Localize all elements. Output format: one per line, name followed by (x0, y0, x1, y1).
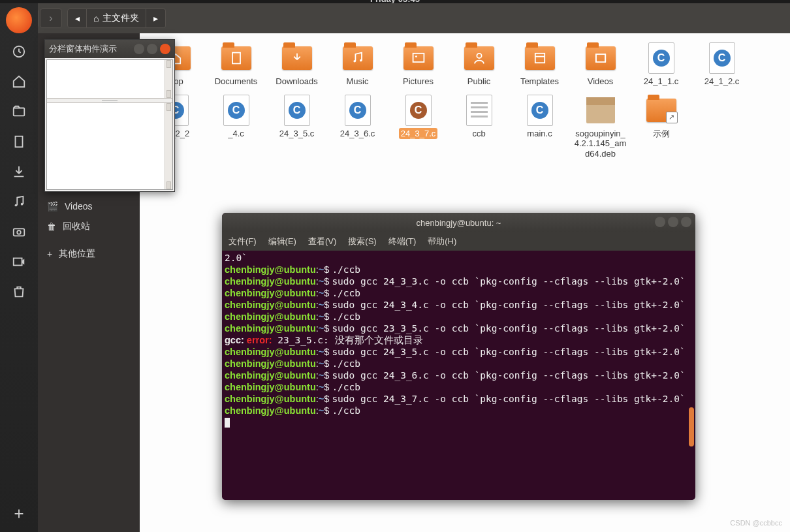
terminal-menubar[interactable]: 文件(F)编辑(E)查看(V)搜索(S)终端(T)帮助(H) (222, 232, 695, 251)
scrollbar-bottom[interactable] (165, 103, 172, 189)
file-icon (402, 42, 435, 74)
file-label: Videos (588, 76, 614, 86)
svg-rect-10 (16, 136, 23, 148)
gtk-paned-body (46, 59, 173, 190)
file-icon (584, 42, 617, 74)
terminal-menu-item[interactable]: 文件(F) (229, 236, 257, 247)
file-item[interactable]: C24_1_1.c (633, 42, 689, 87)
file-label: 24_1_2.c (704, 76, 740, 86)
file-item[interactable]: C24_3_5.c (269, 95, 324, 159)
terminal-menu-item[interactable]: 搜索(S) (348, 236, 376, 247)
terminal-menu-item[interactable]: 编辑(E) (268, 236, 296, 247)
sidebar-item-trash[interactable]: 🗑 回收站 (38, 216, 140, 237)
path-bar: ◂ ⌂ 主文件夹 ▸ (67, 8, 166, 28)
file-label: 24_3_6.c (340, 129, 375, 138)
file-item[interactable]: Templates (512, 42, 567, 87)
ubuntu-logo-icon[interactable] (6, 7, 32, 33)
terminal-menu-item[interactable]: 终端(T) (388, 236, 417, 247)
file-label: _4.c (228, 129, 244, 138)
sidebar-item-other[interactable]: + 其他位置 (38, 243, 140, 264)
file-item[interactable]: Music (330, 42, 385, 87)
sidebar-item-videos[interactable]: 🎬 Videos (38, 196, 140, 216)
launcher-dock (0, 3, 38, 532)
path-up-button[interactable]: ◂ (67, 8, 87, 28)
document-icon[interactable] (7, 130, 31, 153)
terminal-titlebar[interactable]: chenbingjy@ubuntu: ~ (222, 213, 695, 232)
svg-point-4 (415, 55, 417, 57)
file-icon: C (341, 95, 374, 126)
watermark: CSDN @ccbbcc (730, 519, 782, 527)
terminal-body[interactable]: 2.0` chenbingjy@ubuntu:~$ ./ccb chenbing… (222, 251, 695, 500)
file-label: Music (347, 76, 369, 86)
home-icon[interactable] (7, 70, 31, 93)
files-icon[interactable] (7, 100, 31, 123)
close-button[interactable] (160, 44, 170, 54)
file-item[interactable]: Documents (208, 42, 264, 87)
file-icon (463, 95, 496, 126)
trash-icon[interactable] (7, 280, 31, 304)
svg-rect-9 (14, 108, 25, 116)
terminal-menu-item[interactable]: 查看(V) (308, 236, 336, 247)
add-app-icon[interactable] (7, 502, 31, 525)
terminal-window[interactable]: chenbingjy@ubuntu: ~ 文件(F)编辑(E)查看(V)搜索(S… (222, 213, 695, 500)
file-item[interactable]: C24_3_6.c (330, 95, 385, 159)
file-label: main.c (527, 129, 552, 138)
file-item[interactable]: Videos (573, 42, 628, 87)
sidebar-label: 回收站 (63, 221, 90, 232)
file-label: ccb (472, 129, 485, 138)
svg-rect-13 (14, 228, 25, 236)
scrollbar-top[interactable] (165, 60, 172, 98)
file-item[interactable]: Public (451, 42, 507, 87)
file-item[interactable]: Pictures (390, 42, 446, 87)
terminal-scroll-thumb[interactable] (689, 407, 694, 446)
file-label: sogoupinyin_4.2.1.145_amd64.deb (575, 129, 627, 159)
svg-rect-7 (595, 54, 605, 62)
file-item[interactable]: sogoupinyin_4.2.1.145_amd64.deb (573, 95, 628, 159)
svg-point-11 (15, 204, 18, 207)
video-icon[interactable] (7, 250, 31, 274)
file-item[interactable]: Cmain.c (512, 95, 567, 159)
svg-point-5 (477, 54, 481, 58)
terminal-title-label: chenbingjy@ubuntu: ~ (417, 218, 501, 228)
file-item[interactable]: C24_3_7.c (390, 95, 446, 159)
download-icon[interactable] (7, 160, 31, 183)
nav-forward-button[interactable]: › (40, 8, 62, 28)
video-icon: 🎬 (47, 201, 58, 211)
terminal-close-button[interactable] (681, 217, 691, 227)
file-label: Public (467, 76, 490, 86)
path-segment-home[interactable]: ⌂ 主文件夹 (87, 8, 146, 28)
svg-rect-0 (232, 53, 240, 64)
file-icon (281, 42, 313, 74)
terminal-menu-item[interactable]: 帮助(H) (428, 236, 456, 247)
file-icon: C (402, 95, 435, 126)
trash-icon: 🗑 (47, 221, 56, 232)
gtk-demo-window[interactable]: 分栏窗体构件演示 (44, 39, 175, 192)
terminal-minimize-button[interactable] (655, 217, 665, 227)
file-item[interactable]: ccb (451, 95, 507, 159)
file-label: 24_3_7.c (399, 128, 438, 139)
path-next-button[interactable]: ▸ (146, 8, 166, 28)
svg-point-1 (353, 60, 356, 63)
file-item[interactable]: 示例 (633, 95, 689, 159)
file-icon: C (706, 42, 738, 74)
file-label: 示例 (653, 129, 670, 138)
minimize-button[interactable] (134, 44, 144, 54)
terminal-scrollbar[interactable] (689, 252, 694, 448)
paned-splitter[interactable] (47, 98, 172, 103)
file-icon (341, 42, 374, 74)
file-item[interactable]: Downloads (269, 42, 324, 87)
gtk-title-label: 分栏窗体构件演示 (49, 43, 117, 55)
file-item[interactable]: C24_1_2.c (694, 42, 750, 87)
home-icon: ⌂ (93, 13, 99, 23)
sidebar-label: 其他位置 (59, 248, 95, 260)
clock-icon[interactable] (7, 40, 31, 63)
file-label: Templates (520, 76, 559, 86)
terminal-maximize-button[interactable] (668, 217, 678, 227)
file-icon (463, 42, 496, 74)
maximize-button[interactable] (147, 44, 157, 54)
camera-icon[interactable] (7, 220, 31, 243)
file-item[interactable]: C_4.c (208, 95, 264, 159)
svg-rect-3 (413, 54, 424, 62)
music-icon[interactable] (7, 190, 31, 213)
gtk-titlebar[interactable]: 分栏窗体构件演示 (45, 40, 174, 58)
